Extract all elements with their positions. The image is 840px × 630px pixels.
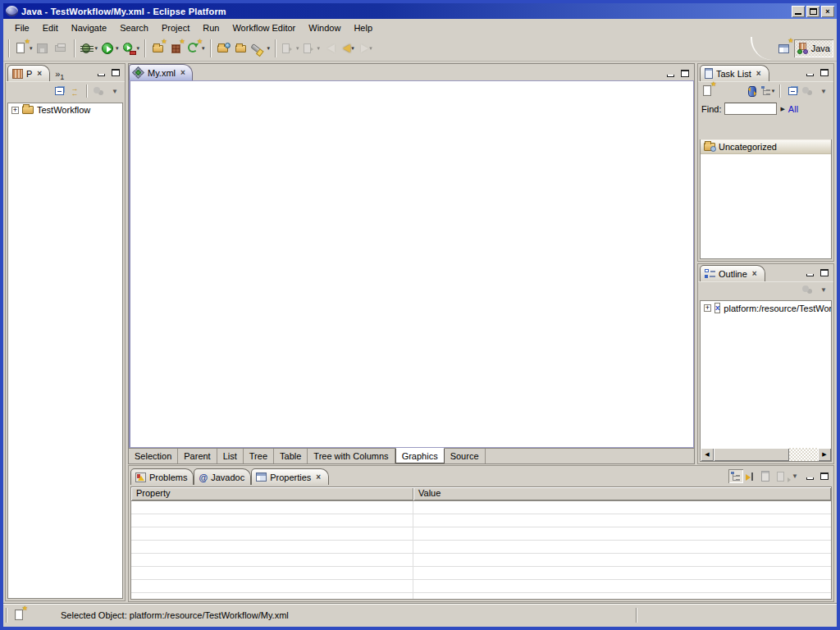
scroll-left-button[interactable]: ◀: [701, 448, 714, 461]
new-workflow-button[interactable]: ★▾: [185, 39, 207, 58]
menu-project[interactable]: Project: [155, 21, 196, 35]
page-tab-tree[interactable]: Tree: [244, 449, 274, 463]
page-tab-list[interactable]: List: [217, 449, 244, 463]
tab-javadoc[interactable]: @ Javadoc: [194, 468, 251, 485]
page-tab-parent[interactable]: Parent: [178, 449, 217, 463]
fast-view-button[interactable]: ★: [13, 609, 26, 622]
tab-properties[interactable]: Properties ×: [251, 468, 329, 485]
menu-workflow-editor[interactable]: Workflow Editor: [226, 21, 302, 35]
close-view-icon[interactable]: ×: [35, 69, 43, 78]
search-button[interactable]: ▾: [251, 39, 272, 58]
new-wizard-button[interactable]: ★▾: [13, 39, 34, 58]
minimize-view-button[interactable]: [802, 66, 817, 80]
next-annotation-button[interactable]: ▾: [280, 39, 301, 58]
run-external-tools-button[interactable]: ▾: [121, 39, 142, 58]
collapse-all-button[interactable]: [785, 84, 800, 98]
menu-file[interactable]: File: [8, 21, 36, 35]
workflow-graphics-canvas[interactable]: [129, 80, 694, 448]
close-view-icon[interactable]: ×: [751, 269, 759, 278]
column-value[interactable]: Value: [413, 487, 831, 500]
filters-button[interactable]: [92, 84, 107, 98]
maximize-view-button[interactable]: [817, 266, 832, 280]
new-star-icon: ★: [22, 605, 28, 612]
outline-root-item[interactable]: + X platform:/resource/TestWorkflow/My.x…: [701, 301, 831, 315]
print-button[interactable]: [52, 39, 71, 58]
column-property[interactable]: Property: [131, 487, 413, 500]
view-menu-button[interactable]: ▼: [816, 84, 831, 98]
menu-edit[interactable]: Edit: [36, 21, 65, 35]
close-view-icon[interactable]: ×: [755, 69, 763, 78]
minimize-button[interactable]: [792, 6, 805, 17]
focus-on-workweek-button[interactable]: [801, 84, 815, 98]
view-menu-button[interactable]: ▼: [816, 283, 831, 297]
find-input[interactable]: [724, 103, 777, 115]
tab-outline[interactable]: Outline ×: [700, 265, 765, 281]
view-menu-button[interactable]: ▼: [788, 469, 802, 483]
outline-horizontal-scrollbar[interactable]: ◀ ▶: [701, 448, 831, 461]
tab-package-explorer[interactable]: P ×: [7, 65, 50, 81]
show-categories-button[interactable]: [728, 469, 743, 483]
find-expand-icon[interactable]: ▶: [780, 106, 784, 112]
new-workflow-package-button[interactable]: ★: [167, 39, 185, 58]
link-with-editor-button[interactable]: →←: [67, 84, 82, 98]
view-menu-button[interactable]: ▼: [107, 84, 122, 98]
menu-navigate[interactable]: Navigate: [65, 21, 113, 35]
minimize-view-button[interactable]: [802, 469, 817, 483]
page-tab-table[interactable]: Table: [274, 449, 308, 463]
filters-button[interactable]: [801, 283, 815, 297]
java-perspective-button[interactable]: Java: [794, 39, 833, 57]
menu-window[interactable]: Window: [302, 21, 347, 35]
category-uncategorized[interactable]: Uncategorized: [701, 139, 831, 154]
open-type-button[interactable]: [215, 39, 233, 58]
new-workflow-project-button[interactable]: ★: [149, 39, 167, 58]
forward-button[interactable]: ▾: [358, 39, 376, 58]
javadoc-tab-label: Javadoc: [211, 472, 244, 482]
title-bar[interactable]: Java - TestWorkflow/My.xml - Eclipse Pla…: [3, 3, 837, 19]
page-tab-source[interactable]: Source: [445, 449, 486, 463]
previous-annotation-button[interactable]: ▾: [301, 39, 322, 58]
minimize-editor-button[interactable]: [663, 66, 678, 80]
expand-icon[interactable]: +: [11, 107, 19, 114]
maximize-view-button[interactable]: [817, 66, 832, 80]
synchronize-button[interactable]: [745, 84, 760, 98]
scrollbar-thumb[interactable]: [714, 448, 789, 461]
maximize-view-button[interactable]: [817, 469, 832, 483]
menu-help[interactable]: Help: [347, 21, 379, 35]
menu-search[interactable]: Search: [113, 21, 155, 35]
tree-item-testworkflow[interactable]: + TestWorkflow: [8, 103, 122, 116]
maximize-editor-button[interactable]: [678, 66, 692, 80]
close-editor-icon[interactable]: ×: [179, 68, 187, 77]
pin-button[interactable]: [773, 469, 788, 483]
maximize-button[interactable]: [806, 6, 819, 17]
new-task-button[interactable]: ★: [701, 84, 715, 98]
open-perspective-button[interactable]: ★: [776, 39, 792, 57]
menu-run[interactable]: Run: [196, 21, 226, 35]
expand-icon[interactable]: +: [704, 304, 711, 312]
debug-button[interactable]: ▾: [79, 39, 100, 58]
close-view-icon[interactable]: ×: [314, 472, 322, 482]
tab-task-list[interactable]: Task List ×: [700, 65, 769, 81]
restore-default-value-button[interactable]: [758, 469, 773, 483]
minimize-view-button[interactable]: [94, 66, 108, 80]
save-button[interactable]: [34, 39, 52, 58]
tab-my-xml[interactable]: My.xml ×: [129, 64, 193, 80]
outline-tabrow: Outline ×: [698, 264, 833, 281]
run-button[interactable]: ▾: [99, 39, 121, 58]
filter-button[interactable]: [743, 469, 758, 483]
more-views-chevron[interactable]: »1: [55, 70, 64, 81]
page-tab-graphics[interactable]: Graphics: [395, 448, 445, 463]
minimize-view-button[interactable]: [802, 266, 817, 280]
maximize-view-button[interactable]: [108, 66, 123, 80]
tab-problems[interactable]: Problems: [130, 468, 194, 485]
last-edit-location-button[interactable]: [322, 39, 340, 58]
task-presentation-button[interactable]: ▾: [760, 84, 775, 98]
page-tab-tree-with-columns[interactable]: Tree with Columns: [308, 449, 395, 463]
collapse-all-button[interactable]: [52, 84, 66, 98]
all-link[interactable]: All: [788, 104, 798, 114]
scroll-right-button[interactable]: ▶: [818, 448, 831, 461]
back-button[interactable]: ▾: [340, 39, 358, 58]
last-edit-icon: [327, 44, 335, 52]
page-tab-selection[interactable]: Selection: [129, 449, 178, 463]
close-button[interactable]: ×: [821, 6, 834, 17]
open-resource-button[interactable]: [233, 39, 251, 58]
